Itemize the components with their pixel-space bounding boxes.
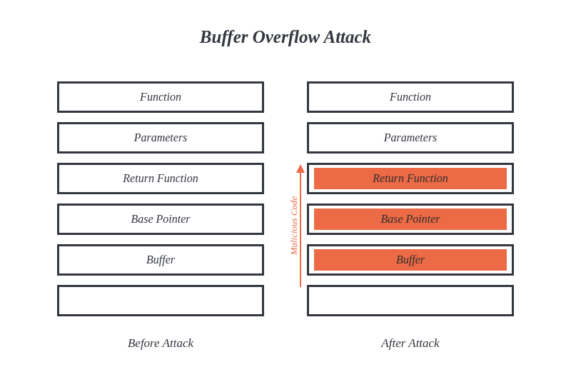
after-column: Malicious Code Function Parameters Retur… xyxy=(307,81,514,351)
after-stack: Malicious Code Function Parameters Retur… xyxy=(307,81,514,316)
arrow-label: Malicious Code xyxy=(288,190,300,261)
columns-container: Function Parameters Return Function Base… xyxy=(0,81,571,351)
box-label: Buffer xyxy=(396,253,425,266)
before-caption: Before Attack xyxy=(57,336,264,351)
box-label: Base Pointer xyxy=(131,213,190,226)
stack-box-highlight: Base Pointer xyxy=(307,203,514,235)
stack-box-highlight: Buffer xyxy=(307,244,514,276)
box-label: Return Function xyxy=(123,172,198,185)
stack-box: Return Function xyxy=(57,163,264,194)
box-label: Base Pointer xyxy=(380,213,440,226)
before-column: Function Parameters Return Function Base… xyxy=(57,81,264,351)
stack-box: Function xyxy=(57,81,264,113)
diagram-title: Buffer Overflow Attack xyxy=(0,0,571,47)
box-label: Return Function xyxy=(373,172,448,185)
box-label: Function xyxy=(140,91,181,104)
stack-box: Parameters xyxy=(57,122,264,154)
box-label: Buffer xyxy=(146,253,175,266)
box-label: Function xyxy=(390,91,431,104)
stack-box: Function xyxy=(307,81,514,113)
after-caption: After Attack xyxy=(307,336,514,351)
box-label: Parameters xyxy=(384,131,438,144)
before-stack: Function Parameters Return Function Base… xyxy=(57,81,264,316)
box-label: Parameters xyxy=(134,131,188,144)
stack-box: Base Pointer xyxy=(57,203,264,235)
stack-box: Parameters xyxy=(307,122,514,154)
arrow-line xyxy=(300,171,301,287)
malicious-code-arrow: Malicious Code xyxy=(284,164,305,287)
stack-box-highlight: Return Function xyxy=(307,163,514,194)
stack-box: Buffer xyxy=(57,244,264,276)
stack-box xyxy=(57,285,264,316)
stack-box xyxy=(307,285,514,316)
